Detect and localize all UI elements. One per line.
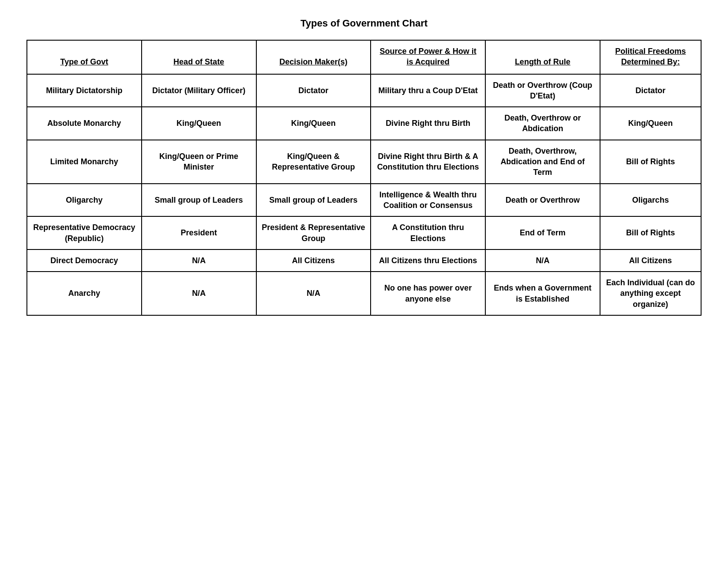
cell-decision-2: King/Queen & Representative Group	[256, 140, 371, 184]
cell-source-0: Military thru a Coup D'Etat	[371, 74, 485, 107]
cell-decision-5: All Citizens	[256, 249, 371, 272]
cell-length-4: End of Term	[485, 216, 600, 249]
page-title: Types of Government Chart	[26, 18, 702, 29]
cell-political-6: Each Individual (can do anything except …	[600, 272, 701, 315]
cell-type-1: Absolute Monarchy	[27, 107, 142, 140]
cell-decision-3: Small group of Leaders	[256, 184, 371, 217]
cell-type-3: Oligarchy	[27, 184, 142, 217]
header-length: Length of Rule	[485, 40, 600, 74]
cell-decision-4: President & Representative Group	[256, 216, 371, 249]
table-row: Limited MonarchyKing/Queen or Prime Mini…	[27, 140, 701, 184]
cell-head-2: King/Queen or Prime Minister	[142, 140, 256, 184]
cell-length-5: N/A	[485, 249, 600, 272]
cell-head-0: Dictator (Military Officer)	[142, 74, 256, 107]
cell-type-5: Direct Democracy	[27, 249, 142, 272]
header-political: Political Freedoms Determined By:	[600, 40, 701, 74]
header-head: Head of State	[142, 40, 256, 74]
cell-political-5: All Citizens	[600, 249, 701, 272]
table-row: Military DictatorshipDictator (Military …	[27, 74, 701, 107]
header-decision: Decision Maker(s)	[256, 40, 371, 74]
cell-source-6: No one has power over anyone else	[371, 272, 485, 315]
table-row: Direct DemocracyN/AAll CitizensAll Citiz…	[27, 249, 701, 272]
cell-political-2: Bill of Rights	[600, 140, 701, 184]
header-row: Type of Govt Head of State Decision Make…	[27, 40, 701, 74]
cell-political-3: Oligarchs	[600, 184, 701, 217]
cell-political-1: King/Queen	[600, 107, 701, 140]
cell-head-4: President	[142, 216, 256, 249]
cell-length-1: Death, Overthrow or Abdication	[485, 107, 600, 140]
cell-head-3: Small group of Leaders	[142, 184, 256, 217]
government-chart: Type of Govt Head of State Decision Make…	[26, 40, 702, 316]
cell-type-0: Military Dictatorship	[27, 74, 142, 107]
table-row: OligarchySmall group of LeadersSmall gro…	[27, 184, 701, 217]
cell-political-4: Bill of Rights	[600, 216, 701, 249]
cell-decision-1: King/Queen	[256, 107, 371, 140]
cell-type-2: Limited Monarchy	[27, 140, 142, 184]
cell-source-3: Intelligence & Wealth thru Coalition or …	[371, 184, 485, 217]
cell-decision-0: Dictator	[256, 74, 371, 107]
cell-length-3: Death or Overthrow	[485, 184, 600, 217]
table-body: Military DictatorshipDictator (Military …	[27, 74, 701, 315]
cell-type-6: Anarchy	[27, 272, 142, 315]
cell-source-1: Divine Right thru Birth	[371, 107, 485, 140]
cell-source-4: A Constitution thru Elections	[371, 216, 485, 249]
cell-head-1: King/Queen	[142, 107, 256, 140]
table-row: Absolute MonarchyKing/QueenKing/QueenDiv…	[27, 107, 701, 140]
header-source: Source of Power & How it is Acquired	[371, 40, 485, 74]
cell-political-0: Dictator	[600, 74, 701, 107]
cell-head-6: N/A	[142, 272, 256, 315]
cell-head-5: N/A	[142, 249, 256, 272]
cell-type-4: Representative Democracy (Republic)	[27, 216, 142, 249]
table-row: Representative Democracy (Republic)Presi…	[27, 216, 701, 249]
table-row: AnarchyN/AN/ANo one has power over anyon…	[27, 272, 701, 315]
cell-length-0: Death or Overthrow (Coup D'Etat)	[485, 74, 600, 107]
cell-source-2: Divine Right thru Birth & A Constitution…	[371, 140, 485, 184]
cell-source-5: All Citizens thru Elections	[371, 249, 485, 272]
cell-length-6: Ends when a Government is Established	[485, 272, 600, 315]
cell-decision-6: N/A	[256, 272, 371, 315]
cell-length-2: Death, Overthrow, Abdication and End of …	[485, 140, 600, 184]
page-container: Types of Government Chart Type of Govt H…	[26, 18, 702, 316]
header-type: Type of Govt	[27, 40, 142, 74]
